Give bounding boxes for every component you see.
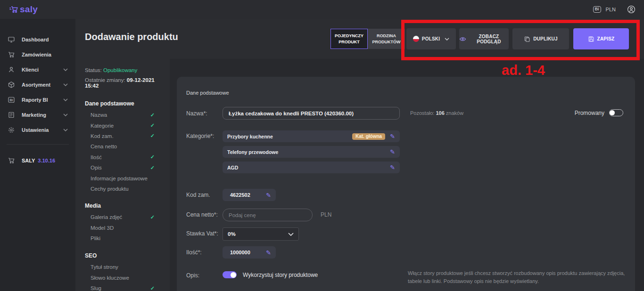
nav-section-media: Media	[85, 202, 160, 209]
chevron-down-icon	[445, 38, 449, 40]
edit-pencil-icon[interactable]: ✎	[266, 192, 271, 198]
language-label: POLSKI	[422, 36, 440, 41]
page-header: Dodawanie produktu POJEDYNCZY PRODUKT RO…	[75, 19, 644, 59]
sidebar-item-label: Zamówienia	[22, 52, 51, 57]
sidebar-item-ustawienia[interactable]: Ustawienia	[0, 122, 75, 137]
sidebar-item-label: Raporty BI	[22, 97, 48, 103]
nav-item-tytul-strony[interactable]: Tytuł strony	[85, 262, 160, 272]
kategorie-label: Kategorie*:	[186, 133, 214, 139]
sidebar-item-raporty-bi[interactable]: Bi Raporty BI	[0, 92, 75, 107]
opis-label: Opis:	[186, 272, 199, 279]
nav-item-opis[interactable]: Opis ✓	[85, 162, 160, 173]
ilosc-value: 1000000	[230, 250, 250, 255]
sidebar-item-asortyment[interactable]: Asortyment	[0, 77, 75, 92]
check-icon: ✓	[150, 122, 155, 129]
ilosc-value-pill: 1000000 ✎	[223, 246, 276, 259]
language-dropdown[interactable]: POLSKI	[406, 28, 456, 49]
cena-netto-label: Cena netto*:	[186, 211, 218, 218]
cart-icon	[8, 51, 16, 58]
nav-item-ilosc[interactable]: Ilość ✓	[85, 152, 160, 162]
tab-pojedynczy-produkt[interactable]: POJEDYNCZY PRODUKT	[330, 29, 368, 49]
bi-report-icon: Bi	[8, 96, 16, 104]
nav-item-cechy-produktu[interactable]: Cechy produktu	[85, 184, 160, 194]
nazwa-label: Nazwa*:	[186, 110, 207, 117]
stawka-vat-label: Stawka Vat*:	[186, 230, 218, 237]
nav-item-cena-netto[interactable]: Cena netto	[85, 141, 160, 152]
sidebar-item-label: Asortyment	[22, 82, 50, 88]
duplicate-button[interactable]: DUPLIKUJ	[512, 28, 569, 49]
edit-pencil-icon[interactable]: ✎	[390, 149, 395, 155]
promoted-toggle[interactable]	[609, 109, 623, 116]
svg-text:Bi: Bi	[10, 98, 13, 102]
status-row: Status: Opublikowany	[85, 67, 160, 73]
story-toggle[interactable]	[223, 271, 237, 278]
nav-item-model-3d[interactable]: Model 3D	[85, 223, 160, 233]
check-icon: ✓	[150, 165, 155, 171]
page-title: Dodawanie produktu	[85, 32, 178, 42]
toggle-knob	[610, 110, 615, 115]
category-row-przybory-kuchenne[interactable]: Przybory kuchenne Kat. główna ✎	[223, 130, 400, 142]
chevron-down-icon	[63, 83, 68, 86]
app-version: SALY 3.10.16	[0, 157, 75, 164]
nav-item-kategorie[interactable]: Kategorie ✓	[85, 120, 160, 130]
category-row-telefony-przewodowe[interactable]: Telefony przewodowe ✎	[223, 146, 400, 158]
poland-flag-icon	[413, 36, 419, 42]
sidebar-item-label: Ustawienia	[22, 127, 49, 133]
check-icon: ✓	[150, 112, 155, 118]
ilosc-label: Ilość*:	[186, 249, 202, 256]
main-content: Dane podstawowe Nazwa*: Pozostało: 106 z…	[170, 59, 644, 291]
newspaper-icon	[8, 111, 16, 119]
nav-item-galeria-zdjec[interactable]: Galeria zdjęć ✓	[85, 212, 160, 222]
currency-suffix: PLN	[321, 211, 331, 218]
nav-section-dane-podstawowe: Dane podstawowe	[85, 100, 160, 107]
vat-selected-value: 0%	[228, 231, 236, 237]
preview-button[interactable]: ZOBACZ PODGLĄD	[459, 28, 509, 49]
nav-item-pliki[interactable]: Pliki	[85, 233, 160, 243]
remaining-chars: Pozostało: 106 znaków	[410, 110, 463, 116]
currency-label: PLN	[606, 7, 616, 12]
nav-item-kod-zam[interactable]: Kod zam. ✓	[85, 131, 160, 141]
story-toggle-label: Wykorzystuj story produktowe	[243, 272, 318, 278]
cena-netto-input[interactable]	[223, 209, 313, 221]
nazwa-input[interactable]	[223, 107, 400, 120]
app-name: SALY	[22, 158, 35, 163]
cart-logo-icon	[8, 5, 19, 14]
story-toggle-control: Wykorzystuj story produktowe	[223, 271, 318, 278]
check-icon: ✓	[150, 133, 155, 139]
edit-pencil-icon[interactable]: ✎	[266, 250, 271, 256]
sidebar-item-dashboard[interactable]: Dashboard	[0, 32, 75, 47]
sidebar-divider	[7, 144, 69, 145]
chevron-down-icon	[63, 129, 68, 131]
category-row-agd[interactable]: AGD ✎	[223, 162, 400, 173]
toggle-knob	[231, 272, 236, 278]
vat-select[interactable]: 0%	[223, 227, 299, 241]
main-category-badge: Kat. główna	[352, 133, 385, 140]
sidebar-item-klienci[interactable]: Klienci	[0, 62, 75, 77]
kod-zam-value: 4622502	[230, 192, 250, 198]
save-button[interactable]: ZAPISZ	[573, 28, 629, 49]
sidebar-item-zamowienia[interactable]: Zamówienia	[0, 47, 75, 62]
preview-label: ZOBACZ PODGLĄD	[469, 34, 509, 44]
bi-currency-icon: Bi	[593, 6, 601, 13]
tab-rodzina-produktow[interactable]: RODZINA PRODUKTÓW	[368, 29, 405, 49]
annotation-label: ad. 1-4	[471, 63, 575, 78]
sidebar-item-label: Marketing	[22, 112, 46, 118]
promoted-control: Promowany	[575, 109, 623, 116]
edit-pencil-icon[interactable]: ✎	[390, 133, 395, 139]
person-icon	[8, 66, 16, 73]
nav-item-informacje-podstawowe[interactable]: Informacje podstawowe	[85, 173, 160, 183]
nav-item-slowo-kluczowe[interactable]: Słowo kluczowe	[85, 273, 160, 283]
form-nav-panel: Status: Opublikowany Ostatnie zmiany: 09…	[75, 59, 170, 291]
story-hint-text: Włącz story produktowe jeśli chcesz stwo…	[408, 269, 633, 285]
sidebar-item-marketing[interactable]: Marketing	[0, 107, 75, 122]
user-account-button[interactable]	[627, 5, 636, 14]
product-type-tabs: POJEDYNCZY PRODUKT RODZINA PRODUKTÓW	[330, 29, 405, 49]
app-logo[interactable]: saly	[8, 4, 38, 15]
eye-icon	[459, 36, 466, 42]
nav-item-nazwa[interactable]: Nazwa ✓	[85, 110, 160, 120]
nav-item-slug[interactable]: Slug ✓	[85, 283, 160, 291]
kod-zam-label: Kod zam.	[186, 192, 210, 198]
edit-pencil-icon[interactable]: ✎	[390, 164, 395, 170]
sidebar-item-label: Klienci	[22, 67, 39, 73]
app-version-number: 3.10.16	[38, 158, 55, 163]
